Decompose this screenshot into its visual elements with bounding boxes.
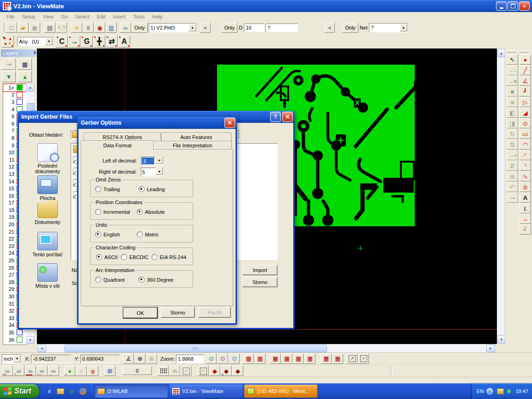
dcode-input[interactable]: 10: [244, 24, 264, 32]
radio-quadrant[interactable]: Quadrant: [95, 277, 125, 283]
draw-ellipse-arc-button[interactable]: ⊘: [520, 182, 531, 192]
draw-corner-button[interactable]: ┛: [520, 86, 531, 97]
restore-button[interactable]: [508, 1, 518, 11]
layer-colors-button[interactable]: ▩: [18, 59, 32, 70]
text-select-button[interactable]: A: [118, 36, 130, 48]
layer-row-36[interactable]: 36: [3, 336, 26, 344]
draw-polyline-button[interactable]: ∠: [520, 76, 531, 86]
scroll-right-button[interactable]: ►: [486, 345, 495, 352]
canvas-vertical-scrollbar[interactable]: ▲ ▼: [497, 48, 505, 344]
pad-info-button[interactable]: ◉: [94, 23, 105, 33]
place-dokumenty[interactable]: Dokumenty: [25, 200, 70, 225]
layer-color-swatch[interactable]: [17, 337, 23, 343]
scroll-down-button[interactable]: ▼: [497, 335, 505, 344]
measure-glasses-button[interactable]: ∞: [120, 23, 131, 33]
close-icon[interactable]: x: [33, 50, 36, 55]
pan-right-button[interactable]: ▦→: [281, 354, 292, 364]
chevron-down-icon[interactable]: ▼: [189, 24, 196, 31]
layer-row-35[interactable]: 35: [3, 329, 26, 336]
radio-metric[interactable]: Metric: [137, 231, 159, 237]
dcode-query-input[interactable]: ?: [266, 24, 298, 32]
unit-combo[interactable]: inch ▼: [2, 354, 21, 363]
tray-collapse-icon[interactable]: ‹: [486, 388, 493, 395]
place-posledn-dokumenty[interactable]: Poslední dokumenty: [25, 143, 70, 174]
layer-down-button[interactable]: ▼: [2, 71, 16, 82]
layer-row-3[interactable]: 3: [3, 98, 26, 106]
scroll-down-button[interactable]: ▼: [26, 336, 34, 344]
grid-full-button[interactable]: ▦: [254, 354, 266, 364]
print-button[interactable]: ▤: [44, 23, 55, 33]
zoom-value-input[interactable]: 1.8868: [176, 355, 204, 363]
dots-select-button[interactable]: ▪: [358, 354, 369, 364]
layer-color-swatch[interactable]: [17, 99, 23, 105]
stretch-select-button[interactable]: ↗: [346, 354, 357, 364]
menu-insert[interactable]: Insert: [109, 13, 129, 20]
aperture-info-button[interactable]: #: [83, 23, 94, 33]
place-m-sta-v-s-ti[interactable]: Místa v síti: [25, 263, 70, 289]
task-button-d-mlab[interactable]: D:\MLAB: [95, 385, 168, 398]
pan-up-button[interactable]: ▦↑: [304, 354, 315, 364]
layers-panel-titlebar[interactable]: Layers x: [1, 49, 37, 57]
chevron-down-icon[interactable]: ▼: [400, 24, 407, 31]
net-combo[interactable]: ? ▼: [369, 23, 408, 32]
prev-dcode-button[interactable]: <: [325, 23, 335, 33]
zoom-in-button[interactable]: ⊙: [206, 354, 217, 364]
select-flash-button[interactable]: ☀: [198, 366, 209, 376]
draw-triangle-button[interactable]: ◢: [520, 108, 531, 118]
gerber-options-titlebar[interactable]: Gerber Options ✕: [77, 117, 237, 129]
layer-up-button[interactable]: ▲: [18, 71, 32, 82]
language-indicator[interactable]: EN: [477, 388, 484, 394]
open-file-button[interactable]: ▰: [18, 23, 29, 33]
pan-down-button[interactable]: ▦↓: [293, 354, 304, 364]
menu-tools[interactable]: Tools: [129, 13, 149, 20]
swap-button[interactable]: ⇄: [106, 36, 118, 48]
draw-arc-point-button[interactable]: ◝: [520, 161, 531, 171]
selection-marks-button[interactable]: [2, 36, 14, 48]
zoom-grid-button[interactable]: ⊙: [217, 354, 228, 364]
draw-s-curve-button[interactable]: ∿: [520, 171, 531, 181]
internet-explorer-icon[interactable]: e: [45, 387, 54, 395]
canvas-horizontal-scrollbar[interactable]: ◄ ►: [37, 344, 495, 352]
draw-label-button[interactable]: L: [520, 203, 531, 213]
right-of-decimal-combo[interactable]: 5 ▼: [141, 168, 163, 176]
only-layer-button[interactable]: Only: [132, 23, 148, 33]
scroll-up-button[interactable]: ▲: [497, 49, 505, 57]
layer-combo[interactable]: 1) V2.PHO ▼: [149, 23, 197, 32]
new-file-button[interactable]: □: [6, 23, 17, 33]
minimize-button[interactable]: [496, 1, 507, 11]
tile-window-button[interactable]: ⊞: [104, 366, 115, 376]
grid-corner-button[interactable]: ▦: [243, 354, 254, 364]
measure-angle-button[interactable]: ∡: [123, 354, 134, 364]
menu-help[interactable]: Help: [149, 13, 167, 20]
green-book-icon[interactable]: ◈: [67, 387, 76, 395]
selection-filter-combo[interactable]: Any (U) ▼: [17, 37, 53, 46]
draw-rounded-corner-button[interactable]: ┘: [520, 224, 531, 235]
chevron-down-icon[interactable]: ▼: [156, 157, 163, 164]
select-cursor-button[interactable]: ↖: [507, 54, 518, 65]
bulb-on-button[interactable]: ●▪: [64, 366, 75, 376]
tab-file-interpretation[interactable]: File Interpretation: [153, 141, 232, 150]
draw-dimension-button[interactable]: ↔: [520, 214, 531, 224]
radio-trailing[interactable]: Trailing: [95, 186, 120, 192]
radio-absolute[interactable]: Absolute: [137, 209, 165, 215]
chevron-down-icon[interactable]: ▼: [45, 38, 53, 45]
draw-circle-button[interactable]: ⊙: [520, 118, 531, 128]
scroll-thumb[interactable]: [65, 345, 327, 352]
layer-row-2[interactable]: 2: [3, 91, 26, 99]
grid-page-right-button[interactable]: ▦▫: [332, 354, 343, 364]
gerber-select-button[interactable]: G: [81, 36, 93, 48]
tab-auto-features[interactable]: Auto Features: [161, 133, 231, 141]
component-select-button[interactable]: C: [56, 36, 68, 48]
layer-row-1plus[interactable]: 1+: [3, 84, 26, 91]
clipboard-tray-icon[interactable]: [497, 388, 504, 394]
start-button[interactable]: Start: [0, 384, 39, 398]
draw-angle-arc-button[interactable]: ▷: [520, 97, 531, 107]
draw-line-button[interactable]: ╱: [520, 65, 531, 75]
menu-view[interactable]: View: [39, 13, 57, 20]
draw-rectangle-button[interactable]: ▭: [520, 129, 531, 139]
import-button[interactable]: Import: [242, 265, 278, 275]
draw-chord-button[interactable]: ◠: [520, 139, 531, 150]
folder-icon[interactable]: [56, 387, 65, 395]
view-selection-dotline-button[interactable]: ∞•—: [36, 366, 48, 376]
radio-incremental[interactable]: Incremental: [95, 209, 130, 215]
